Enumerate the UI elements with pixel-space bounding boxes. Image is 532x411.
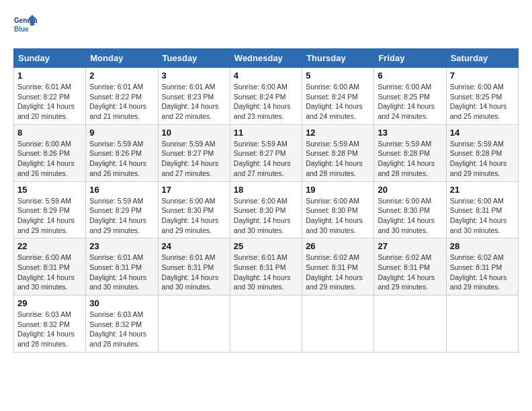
- day-number: 3: [162, 71, 226, 81]
- calendar-table: SundayMondayTuesdayWednesdayThursdayFrid…: [13, 48, 519, 353]
- calendar-cell: 22Sunrise: 6:00 AM Sunset: 8:31 PM Dayli…: [14, 238, 86, 295]
- calendar-cell: 14Sunrise: 5:59 AM Sunset: 8:28 PM Dayli…: [446, 124, 518, 181]
- day-info: Sunrise: 6:00 AM Sunset: 8:24 PM Dayligh…: [306, 82, 370, 122]
- day-number: 6: [378, 71, 442, 81]
- calendar-week-4: 22Sunrise: 6:00 AM Sunset: 8:31 PM Dayli…: [14, 238, 519, 295]
- calendar-cell: 25Sunrise: 6:01 AM Sunset: 8:31 PM Dayli…: [230, 238, 302, 295]
- day-info: Sunrise: 5:59 AM Sunset: 8:27 PM Dayligh…: [162, 139, 226, 179]
- calendar-cell: 5Sunrise: 6:00 AM Sunset: 8:24 PM Daylig…: [302, 68, 374, 125]
- day-number: 15: [17, 185, 82, 195]
- day-number: 2: [89, 71, 154, 81]
- calendar-week-2: 8Sunrise: 6:00 AM Sunset: 8:26 PM Daylig…: [14, 124, 519, 181]
- day-number: 24: [162, 241, 226, 251]
- day-info: Sunrise: 6:00 AM Sunset: 8:30 PM Dayligh…: [378, 196, 442, 236]
- day-number: 19: [306, 185, 370, 195]
- calendar-cell: 1Sunrise: 6:01 AM Sunset: 8:22 PM Daylig…: [14, 68, 86, 125]
- day-info: Sunrise: 5:59 AM Sunset: 8:28 PM Dayligh…: [306, 139, 370, 179]
- svg-text:Blue: Blue: [14, 26, 29, 33]
- day-info: Sunrise: 6:00 AM Sunset: 8:31 PM Dayligh…: [450, 196, 515, 236]
- calendar-cell: 28Sunrise: 6:02 AM Sunset: 8:31 PM Dayli…: [446, 238, 518, 295]
- calendar-cell: 15Sunrise: 5:59 AM Sunset: 8:29 PM Dayli…: [14, 181, 86, 238]
- day-info: Sunrise: 6:00 AM Sunset: 8:30 PM Dayligh…: [234, 196, 298, 236]
- calendar-cell: 2Sunrise: 6:01 AM Sunset: 8:22 PM Daylig…: [86, 68, 158, 125]
- day-info: Sunrise: 5:59 AM Sunset: 8:28 PM Dayligh…: [378, 139, 442, 179]
- day-info: Sunrise: 6:00 AM Sunset: 8:25 PM Dayligh…: [378, 82, 442, 122]
- weekday-header-friday: Friday: [374, 49, 446, 68]
- day-number: 7: [450, 71, 515, 81]
- calendar-cell: [230, 295, 302, 353]
- day-number: 12: [306, 128, 370, 138]
- day-info: Sunrise: 6:00 AM Sunset: 8:24 PM Dayligh…: [234, 82, 298, 122]
- calendar-cell: 4Sunrise: 6:00 AM Sunset: 8:24 PM Daylig…: [230, 68, 302, 125]
- day-number: 25: [234, 241, 298, 251]
- calendar-cell: 23Sunrise: 6:01 AM Sunset: 8:31 PM Dayli…: [86, 238, 158, 295]
- day-info: Sunrise: 6:00 AM Sunset: 8:30 PM Dayligh…: [306, 196, 370, 236]
- day-info: Sunrise: 6:00 AM Sunset: 8:25 PM Dayligh…: [450, 82, 515, 122]
- logo: General Blue: [13, 13, 38, 38]
- calendar-cell: 13Sunrise: 5:59 AM Sunset: 8:28 PM Dayli…: [374, 124, 446, 181]
- calendar-cell: 19Sunrise: 6:00 AM Sunset: 8:30 PM Dayli…: [302, 181, 374, 238]
- day-number: 14: [450, 128, 515, 138]
- day-info: Sunrise: 6:00 AM Sunset: 8:31 PM Dayligh…: [17, 253, 82, 292]
- calendar-cell: 27Sunrise: 6:02 AM Sunset: 8:31 PM Dayli…: [374, 238, 446, 295]
- calendar-cell: 8Sunrise: 6:00 AM Sunset: 8:26 PM Daylig…: [14, 124, 86, 181]
- day-number: 28: [450, 241, 515, 251]
- day-number: 17: [162, 185, 226, 195]
- day-info: Sunrise: 6:01 AM Sunset: 8:22 PM Dayligh…: [89, 82, 154, 122]
- calendar-cell: [302, 295, 374, 353]
- day-number: 20: [378, 185, 442, 195]
- calendar-cell: 21Sunrise: 6:00 AM Sunset: 8:31 PM Dayli…: [446, 181, 518, 238]
- day-number: 11: [234, 128, 298, 138]
- day-number: 29: [17, 298, 82, 308]
- calendar-week-5: 29Sunrise: 6:03 AM Sunset: 8:32 PM Dayli…: [14, 295, 519, 353]
- day-number: 22: [17, 241, 82, 251]
- day-info: Sunrise: 6:02 AM Sunset: 8:31 PM Dayligh…: [378, 253, 442, 292]
- day-number: 21: [450, 185, 515, 195]
- calendar-cell: 9Sunrise: 5:59 AM Sunset: 8:26 PM Daylig…: [86, 124, 158, 181]
- day-info: Sunrise: 5:59 AM Sunset: 8:28 PM Dayligh…: [450, 139, 515, 179]
- calendar-cell: [158, 295, 230, 353]
- calendar-cell: 11Sunrise: 5:59 AM Sunset: 8:27 PM Dayli…: [230, 124, 302, 181]
- day-info: Sunrise: 6:03 AM Sunset: 8:32 PM Dayligh…: [17, 310, 82, 349]
- weekday-header-tuesday: Tuesday: [158, 49, 230, 68]
- calendar-cell: 16Sunrise: 5:59 AM Sunset: 8:29 PM Dayli…: [86, 181, 158, 238]
- page-header: General Blue: [13, 13, 519, 38]
- day-number: 1: [17, 71, 82, 81]
- day-info: Sunrise: 6:01 AM Sunset: 8:31 PM Dayligh…: [234, 253, 298, 292]
- calendar-cell: 10Sunrise: 5:59 AM Sunset: 8:27 PM Dayli…: [158, 124, 230, 181]
- calendar-cell: 18Sunrise: 6:00 AM Sunset: 8:30 PM Dayli…: [230, 181, 302, 238]
- day-info: Sunrise: 6:01 AM Sunset: 8:31 PM Dayligh…: [89, 253, 154, 292]
- weekday-header-monday: Monday: [86, 49, 158, 68]
- calendar-cell: 12Sunrise: 5:59 AM Sunset: 8:28 PM Dayli…: [302, 124, 374, 181]
- calendar-week-1: 1Sunrise: 6:01 AM Sunset: 8:22 PM Daylig…: [14, 68, 519, 125]
- day-info: Sunrise: 6:01 AM Sunset: 8:31 PM Dayligh…: [162, 253, 226, 292]
- calendar-cell: 30Sunrise: 6:03 AM Sunset: 8:32 PM Dayli…: [86, 295, 158, 353]
- calendar-week-3: 15Sunrise: 5:59 AM Sunset: 8:29 PM Dayli…: [14, 181, 519, 238]
- calendar-cell: [446, 295, 518, 353]
- day-number: 5: [306, 71, 370, 81]
- calendar-cell: 29Sunrise: 6:03 AM Sunset: 8:32 PM Dayli…: [14, 295, 86, 353]
- day-info: Sunrise: 6:00 AM Sunset: 8:26 PM Dayligh…: [17, 139, 82, 179]
- day-info: Sunrise: 6:01 AM Sunset: 8:23 PM Dayligh…: [162, 82, 226, 122]
- day-number: 4: [234, 71, 298, 81]
- day-number: 16: [89, 185, 154, 195]
- day-info: Sunrise: 6:01 AM Sunset: 8:22 PM Dayligh…: [17, 82, 82, 122]
- calendar-cell: 24Sunrise: 6:01 AM Sunset: 8:31 PM Dayli…: [158, 238, 230, 295]
- calendar-cell: 3Sunrise: 6:01 AM Sunset: 8:23 PM Daylig…: [158, 68, 230, 125]
- day-info: Sunrise: 6:02 AM Sunset: 8:31 PM Dayligh…: [306, 253, 370, 292]
- day-number: 18: [234, 185, 298, 195]
- day-number: 8: [17, 128, 82, 138]
- calendar-cell: [374, 295, 446, 353]
- day-number: 23: [89, 241, 154, 251]
- day-info: Sunrise: 6:03 AM Sunset: 8:32 PM Dayligh…: [89, 310, 154, 349]
- weekday-header-saturday: Saturday: [446, 49, 518, 68]
- calendar-cell: 17Sunrise: 6:00 AM Sunset: 8:30 PM Dayli…: [158, 181, 230, 238]
- day-number: 10: [162, 128, 226, 138]
- day-info: Sunrise: 5:59 AM Sunset: 8:29 PM Dayligh…: [17, 196, 82, 236]
- day-info: Sunrise: 5:59 AM Sunset: 8:26 PM Dayligh…: [89, 139, 154, 179]
- day-info: Sunrise: 6:02 AM Sunset: 8:31 PM Dayligh…: [450, 253, 515, 292]
- calendar-header-row: SundayMondayTuesdayWednesdayThursdayFrid…: [14, 49, 519, 68]
- day-info: Sunrise: 5:59 AM Sunset: 8:29 PM Dayligh…: [89, 196, 154, 236]
- calendar-cell: 20Sunrise: 6:00 AM Sunset: 8:30 PM Dayli…: [374, 181, 446, 238]
- weekday-header-thursday: Thursday: [302, 49, 374, 68]
